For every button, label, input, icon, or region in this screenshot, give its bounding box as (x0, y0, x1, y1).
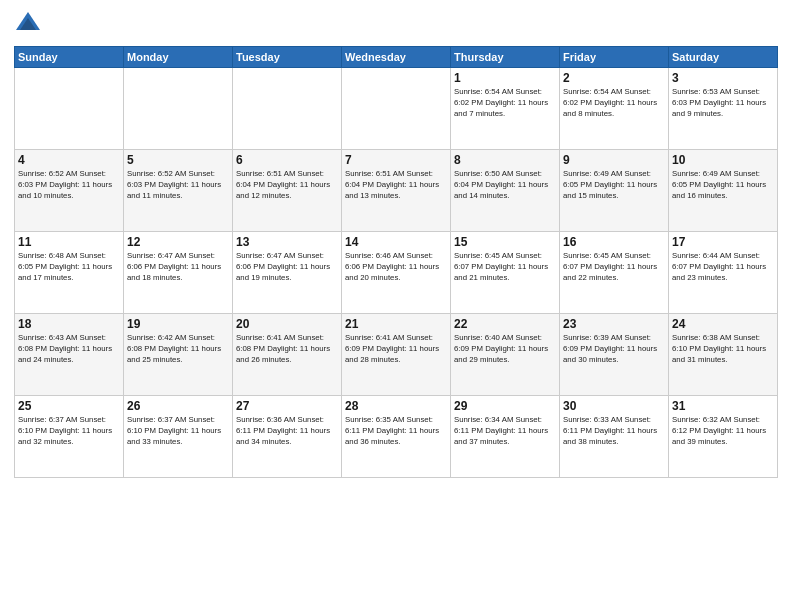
day-number: 9 (563, 153, 665, 167)
calendar-cell: 19Sunrise: 6:42 AM Sunset: 6:08 PM Dayli… (124, 314, 233, 396)
cell-info: Sunrise: 6:34 AM Sunset: 6:11 PM Dayligh… (454, 415, 556, 448)
cell-info: Sunrise: 6:43 AM Sunset: 6:08 PM Dayligh… (18, 333, 120, 366)
calendar-week-row: 4Sunrise: 6:52 AM Sunset: 6:03 PM Daylig… (15, 150, 778, 232)
cell-info: Sunrise: 6:52 AM Sunset: 6:03 PM Dayligh… (127, 169, 229, 202)
calendar-cell: 16Sunrise: 6:45 AM Sunset: 6:07 PM Dayli… (560, 232, 669, 314)
calendar-cell: 6Sunrise: 6:51 AM Sunset: 6:04 PM Daylig… (233, 150, 342, 232)
cell-info: Sunrise: 6:41 AM Sunset: 6:08 PM Dayligh… (236, 333, 338, 366)
day-number: 19 (127, 317, 229, 331)
calendar-cell: 20Sunrise: 6:41 AM Sunset: 6:08 PM Dayli… (233, 314, 342, 396)
day-of-week-header: Tuesday (233, 47, 342, 68)
calendar-cell: 29Sunrise: 6:34 AM Sunset: 6:11 PM Dayli… (451, 396, 560, 478)
calendar-cell: 17Sunrise: 6:44 AM Sunset: 6:07 PM Dayli… (669, 232, 778, 314)
calendar-cell: 24Sunrise: 6:38 AM Sunset: 6:10 PM Dayli… (669, 314, 778, 396)
day-of-week-header: Wednesday (342, 47, 451, 68)
day-of-week-header: Monday (124, 47, 233, 68)
day-number: 12 (127, 235, 229, 249)
calendar-cell: 31Sunrise: 6:32 AM Sunset: 6:12 PM Dayli… (669, 396, 778, 478)
calendar-cell: 28Sunrise: 6:35 AM Sunset: 6:11 PM Dayli… (342, 396, 451, 478)
day-number: 29 (454, 399, 556, 413)
cell-info: Sunrise: 6:41 AM Sunset: 6:09 PM Dayligh… (345, 333, 447, 366)
calendar-cell: 7Sunrise: 6:51 AM Sunset: 6:04 PM Daylig… (342, 150, 451, 232)
calendar-cell (233, 68, 342, 150)
calendar-cell: 11Sunrise: 6:48 AM Sunset: 6:05 PM Dayli… (15, 232, 124, 314)
cell-info: Sunrise: 6:51 AM Sunset: 6:04 PM Dayligh… (345, 169, 447, 202)
calendar-week-row: 11Sunrise: 6:48 AM Sunset: 6:05 PM Dayli… (15, 232, 778, 314)
cell-info: Sunrise: 6:45 AM Sunset: 6:07 PM Dayligh… (563, 251, 665, 284)
logo (14, 10, 46, 38)
cell-info: Sunrise: 6:45 AM Sunset: 6:07 PM Dayligh… (454, 251, 556, 284)
calendar-cell: 10Sunrise: 6:49 AM Sunset: 6:05 PM Dayli… (669, 150, 778, 232)
cell-info: Sunrise: 6:54 AM Sunset: 6:02 PM Dayligh… (454, 87, 556, 120)
calendar-body: 1Sunrise: 6:54 AM Sunset: 6:02 PM Daylig… (15, 68, 778, 478)
cell-info: Sunrise: 6:50 AM Sunset: 6:04 PM Dayligh… (454, 169, 556, 202)
day-of-week-header: Friday (560, 47, 669, 68)
cell-info: Sunrise: 6:47 AM Sunset: 6:06 PM Dayligh… (236, 251, 338, 284)
day-number: 18 (18, 317, 120, 331)
day-of-week-header: Sunday (15, 47, 124, 68)
calendar-cell: 27Sunrise: 6:36 AM Sunset: 6:11 PM Dayli… (233, 396, 342, 478)
day-number: 8 (454, 153, 556, 167)
cell-info: Sunrise: 6:46 AM Sunset: 6:06 PM Dayligh… (345, 251, 447, 284)
calendar-cell: 3Sunrise: 6:53 AM Sunset: 6:03 PM Daylig… (669, 68, 778, 150)
day-number: 14 (345, 235, 447, 249)
calendar-cell: 2Sunrise: 6:54 AM Sunset: 6:02 PM Daylig… (560, 68, 669, 150)
day-number: 4 (18, 153, 120, 167)
cell-info: Sunrise: 6:36 AM Sunset: 6:11 PM Dayligh… (236, 415, 338, 448)
calendar-week-row: 25Sunrise: 6:37 AM Sunset: 6:10 PM Dayli… (15, 396, 778, 478)
cell-info: Sunrise: 6:35 AM Sunset: 6:11 PM Dayligh… (345, 415, 447, 448)
calendar-cell: 22Sunrise: 6:40 AM Sunset: 6:09 PM Dayli… (451, 314, 560, 396)
calendar-cell: 23Sunrise: 6:39 AM Sunset: 6:09 PM Dayli… (560, 314, 669, 396)
day-number: 31 (672, 399, 774, 413)
day-number: 16 (563, 235, 665, 249)
calendar-cell: 15Sunrise: 6:45 AM Sunset: 6:07 PM Dayli… (451, 232, 560, 314)
calendar-table: SundayMondayTuesdayWednesdayThursdayFrid… (14, 46, 778, 478)
day-number: 26 (127, 399, 229, 413)
day-number: 20 (236, 317, 338, 331)
cell-info: Sunrise: 6:40 AM Sunset: 6:09 PM Dayligh… (454, 333, 556, 366)
page: SundayMondayTuesdayWednesdayThursdayFrid… (0, 0, 792, 612)
day-number: 6 (236, 153, 338, 167)
cell-info: Sunrise: 6:32 AM Sunset: 6:12 PM Dayligh… (672, 415, 774, 448)
day-number: 3 (672, 71, 774, 85)
calendar-week-row: 18Sunrise: 6:43 AM Sunset: 6:08 PM Dayli… (15, 314, 778, 396)
logo-icon (14, 10, 42, 38)
day-number: 2 (563, 71, 665, 85)
calendar-cell: 13Sunrise: 6:47 AM Sunset: 6:06 PM Dayli… (233, 232, 342, 314)
day-number: 28 (345, 399, 447, 413)
calendar-cell: 12Sunrise: 6:47 AM Sunset: 6:06 PM Dayli… (124, 232, 233, 314)
day-number: 24 (672, 317, 774, 331)
cell-info: Sunrise: 6:44 AM Sunset: 6:07 PM Dayligh… (672, 251, 774, 284)
day-number: 13 (236, 235, 338, 249)
day-number: 25 (18, 399, 120, 413)
calendar-cell (124, 68, 233, 150)
cell-info: Sunrise: 6:49 AM Sunset: 6:05 PM Dayligh… (563, 169, 665, 202)
day-number: 10 (672, 153, 774, 167)
calendar-cell: 18Sunrise: 6:43 AM Sunset: 6:08 PM Dayli… (15, 314, 124, 396)
calendar-cell: 1Sunrise: 6:54 AM Sunset: 6:02 PM Daylig… (451, 68, 560, 150)
day-number: 22 (454, 317, 556, 331)
cell-info: Sunrise: 6:53 AM Sunset: 6:03 PM Dayligh… (672, 87, 774, 120)
day-number: 21 (345, 317, 447, 331)
cell-info: Sunrise: 6:47 AM Sunset: 6:06 PM Dayligh… (127, 251, 229, 284)
cell-info: Sunrise: 6:49 AM Sunset: 6:05 PM Dayligh… (672, 169, 774, 202)
cell-info: Sunrise: 6:48 AM Sunset: 6:05 PM Dayligh… (18, 251, 120, 284)
day-of-week-header: Saturday (669, 47, 778, 68)
day-number: 15 (454, 235, 556, 249)
cell-info: Sunrise: 6:38 AM Sunset: 6:10 PM Dayligh… (672, 333, 774, 366)
calendar-cell: 14Sunrise: 6:46 AM Sunset: 6:06 PM Dayli… (342, 232, 451, 314)
calendar-cell: 30Sunrise: 6:33 AM Sunset: 6:11 PM Dayli… (560, 396, 669, 478)
calendar-cell (15, 68, 124, 150)
cell-info: Sunrise: 6:39 AM Sunset: 6:09 PM Dayligh… (563, 333, 665, 366)
day-number: 1 (454, 71, 556, 85)
calendar-cell: 4Sunrise: 6:52 AM Sunset: 6:03 PM Daylig… (15, 150, 124, 232)
cell-info: Sunrise: 6:37 AM Sunset: 6:10 PM Dayligh… (18, 415, 120, 448)
calendar-cell: 25Sunrise: 6:37 AM Sunset: 6:10 PM Dayli… (15, 396, 124, 478)
calendar-week-row: 1Sunrise: 6:54 AM Sunset: 6:02 PM Daylig… (15, 68, 778, 150)
day-number: 17 (672, 235, 774, 249)
day-number: 30 (563, 399, 665, 413)
calendar-cell: 8Sunrise: 6:50 AM Sunset: 6:04 PM Daylig… (451, 150, 560, 232)
cell-info: Sunrise: 6:37 AM Sunset: 6:10 PM Dayligh… (127, 415, 229, 448)
day-number: 27 (236, 399, 338, 413)
cell-info: Sunrise: 6:33 AM Sunset: 6:11 PM Dayligh… (563, 415, 665, 448)
